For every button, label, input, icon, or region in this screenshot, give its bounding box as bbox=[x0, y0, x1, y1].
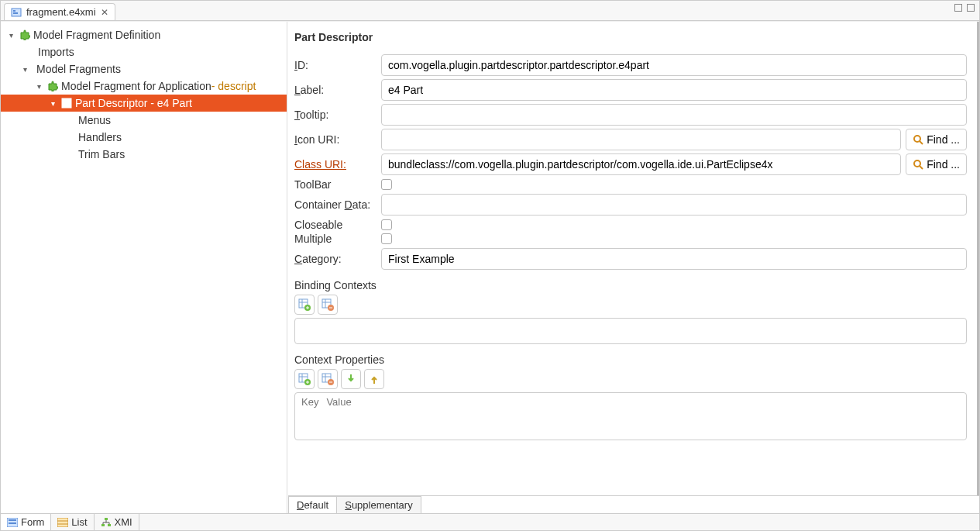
tree-label: Model Fragments bbox=[36, 63, 121, 75]
window-controls bbox=[954, 4, 975, 12]
binding-contexts-toolbar bbox=[294, 295, 967, 315]
context-properties-table[interactable]: Key Value bbox=[294, 392, 967, 440]
tree-node-fragments[interactable]: ▾ Model Fragments bbox=[1, 60, 287, 78]
viewer-tab-label: Form bbox=[21, 516, 44, 528]
label-multiple: Multiple bbox=[294, 233, 381, 245]
chevron-down-icon[interactable]: ▾ bbox=[33, 82, 44, 91]
puzzle-icon bbox=[19, 29, 30, 40]
file-icon bbox=[11, 7, 22, 18]
remove-binding-button[interactable] bbox=[318, 295, 338, 315]
svg-rect-39 bbox=[108, 524, 111, 526]
svg-rect-33 bbox=[9, 522, 16, 524]
table-add-icon bbox=[298, 298, 311, 311]
label-input[interactable] bbox=[381, 79, 967, 101]
arrow-down-icon bbox=[346, 373, 356, 385]
find-class-uri-button[interactable]: Find ... bbox=[906, 153, 967, 175]
search-icon bbox=[913, 134, 923, 145]
viewer-tab-form[interactable]: Form bbox=[1, 514, 51, 530]
tree-node-trimbars[interactable]: Trim Bars bbox=[1, 146, 287, 163]
tree-label: Imports bbox=[38, 46, 74, 58]
toolbar-checkbox[interactable] bbox=[381, 179, 392, 190]
tree-node-fragment-for-app[interactable]: ▾ Model Fragment for Application - descr… bbox=[1, 78, 287, 95]
svg-line-6 bbox=[920, 141, 923, 144]
find-button-label: Find ... bbox=[927, 158, 960, 171]
part-icon bbox=[61, 98, 72, 109]
svg-point-7 bbox=[914, 160, 920, 167]
subtab-default[interactable]: Default bbox=[288, 496, 337, 513]
editor-tab-title: fragment.e4xmi bbox=[26, 6, 96, 18]
minimize-icon[interactable] bbox=[954, 4, 962, 12]
tree-node-handlers[interactable]: Handlers bbox=[1, 129, 287, 146]
tree-label: Model Fragment Definition bbox=[33, 29, 160, 41]
viewer-tab-xmi[interactable]: XMI bbox=[95, 514, 139, 530]
puzzle-icon bbox=[47, 81, 58, 91]
search-icon bbox=[913, 159, 923, 170]
editor-window: fragment.e4xmi ✕ ▾ Model Fragment Defini… bbox=[0, 0, 980, 531]
chevron-down-icon[interactable]: ▾ bbox=[19, 65, 30, 74]
container-data-input[interactable] bbox=[381, 194, 967, 216]
tree-decoration: - descript bbox=[211, 80, 256, 92]
tooltip-input[interactable] bbox=[381, 104, 967, 126]
add-property-button[interactable] bbox=[294, 369, 315, 389]
subtab-supplementary[interactable]: Supplementary bbox=[336, 496, 421, 513]
label-class-uri[interactable]: Class URI: bbox=[294, 158, 381, 171]
viewer-tab-label: XMI bbox=[115, 516, 132, 528]
chevron-down-icon[interactable]: ▾ bbox=[5, 31, 16, 40]
tree-node-imports[interactable]: Imports bbox=[1, 43, 287, 60]
svg-rect-1 bbox=[13, 10, 15, 12]
svg-rect-32 bbox=[9, 519, 16, 521]
move-down-button[interactable] bbox=[341, 369, 361, 389]
viewer-tabs: Form List XMI bbox=[1, 513, 979, 530]
add-binding-button[interactable] bbox=[294, 295, 315, 315]
table-header: Key Value bbox=[295, 393, 966, 411]
svg-line-8 bbox=[920, 166, 923, 169]
label-label: Label: bbox=[294, 84, 381, 96]
table-add-icon bbox=[298, 373, 311, 385]
label-toolbar: ToolBar bbox=[294, 178, 381, 191]
model-tree: ▾ Model Fragment Definition Imports ▾ Mo… bbox=[1, 22, 287, 513]
multiple-checkbox[interactable] bbox=[381, 233, 392, 244]
find-button-label: Find ... bbox=[927, 133, 960, 146]
icon-uri-input[interactable] bbox=[381, 129, 901, 150]
svg-rect-4 bbox=[63, 99, 70, 102]
scrollbar[interactable] bbox=[977, 22, 979, 495]
maximize-icon[interactable] bbox=[967, 4, 975, 12]
tree-node-root[interactable]: ▾ Model Fragment Definition bbox=[1, 26, 287, 43]
tree-node-part-descriptor[interactable]: ▾ Part Descriptor - e4 Part bbox=[1, 95, 287, 112]
table-remove-icon bbox=[322, 373, 334, 385]
binding-contexts-list[interactable] bbox=[294, 318, 967, 344]
move-up-button[interactable] bbox=[364, 369, 384, 389]
svg-rect-34 bbox=[57, 518, 68, 527]
tree-label: Model Fragment for Application bbox=[61, 80, 211, 92]
chevron-down-icon[interactable]: ▾ bbox=[47, 99, 58, 108]
tree-node-menus[interactable]: Menus bbox=[1, 112, 287, 129]
find-icon-uri-button[interactable]: Find ... bbox=[906, 129, 967, 150]
tree-label: Part Descriptor - e4 Part bbox=[75, 97, 192, 109]
label-category: Category: bbox=[294, 253, 381, 265]
label-id: ID: bbox=[294, 59, 381, 71]
tree-label: Trim Bars bbox=[78, 148, 125, 160]
context-properties-toolbar bbox=[294, 369, 967, 389]
class-uri-input[interactable] bbox=[381, 153, 901, 175]
tree-icon bbox=[101, 518, 112, 527]
close-icon[interactable]: ✕ bbox=[101, 7, 108, 18]
list-icon bbox=[57, 518, 68, 527]
viewer-tab-label: List bbox=[71, 516, 87, 528]
detail-sub-tabs: Default Supplementary bbox=[288, 495, 979, 513]
label-icon-uri: Icon URI: bbox=[294, 133, 381, 146]
detail-form: Part Descriptor ID: Label: Tooltip: Icon… bbox=[288, 22, 979, 495]
id-input[interactable] bbox=[381, 54, 967, 76]
svg-point-5 bbox=[914, 136, 920, 142]
editor-tab-fragment[interactable]: fragment.e4xmi ✕ bbox=[4, 3, 115, 20]
detail-title: Part Descriptor bbox=[294, 31, 967, 43]
category-input[interactable] bbox=[381, 248, 967, 270]
tree-label: Handlers bbox=[78, 131, 122, 143]
label-container-data: Container Data: bbox=[294, 198, 381, 211]
closeable-checkbox[interactable] bbox=[381, 219, 392, 230]
svg-rect-37 bbox=[105, 518, 108, 520]
remove-property-button[interactable] bbox=[318, 369, 338, 389]
form-icon bbox=[7, 518, 18, 527]
svg-rect-2 bbox=[13, 12, 18, 14]
viewer-tab-list[interactable]: List bbox=[51, 514, 94, 530]
detail-pane: Part Descriptor ID: Label: Tooltip: Icon… bbox=[287, 22, 979, 513]
